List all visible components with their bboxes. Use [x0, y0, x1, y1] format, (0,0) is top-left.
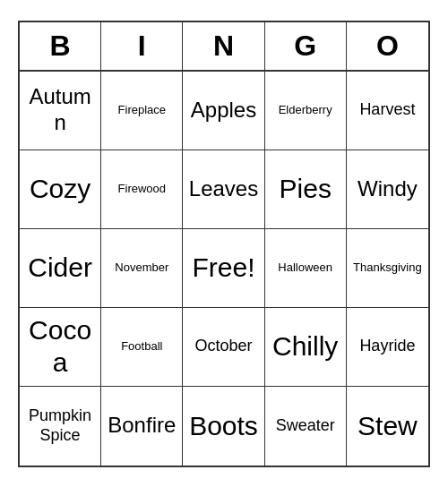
cell-text: November — [115, 261, 168, 275]
cell-text: Firewood — [118, 182, 166, 196]
cell-text: Cider — [28, 252, 92, 284]
cell-text: Pies — [280, 173, 332, 205]
bingo-cell: Boots — [183, 387, 264, 466]
header-letter: O — [347, 22, 428, 70]
bingo-cell: Halloween — [265, 229, 347, 308]
cell-text: Sweater — [276, 416, 335, 436]
cell-text: Elderberry — [279, 103, 332, 117]
bingo-header: BINGO — [20, 22, 428, 72]
cell-text: Halloween — [278, 261, 332, 275]
cell-text: Windy — [358, 176, 418, 202]
bingo-grid: AutumnFireplaceApplesElderberryHarvestCo… — [20, 72, 428, 466]
bingo-cell: Stew — [347, 387, 428, 466]
bingo-cell: Firewood — [101, 150, 183, 229]
bingo-cell: Pies — [265, 150, 347, 229]
bingo-cell: PumpkinSpice — [20, 387, 101, 466]
bingo-cell: Autumn — [20, 72, 101, 150]
bingo-cell: Free! — [183, 229, 264, 308]
bingo-cell: Leaves — [183, 150, 264, 229]
bingo-cell: Hayride — [347, 308, 428, 387]
bingo-cell: Thanksgiving — [347, 229, 428, 308]
bingo-cell: Harvest — [347, 72, 428, 150]
bingo-cell: Cider — [20, 229, 101, 308]
cell-text: Football — [121, 339, 162, 354]
cell-text: Stew — [358, 410, 418, 442]
header-letter: G — [265, 22, 347, 70]
cell-text: Fireplace — [118, 103, 166, 117]
header-letter: I — [101, 22, 183, 70]
header-letter: N — [183, 22, 264, 70]
cell-text: Cocoa — [23, 314, 97, 379]
bingo-cell: November — [101, 229, 183, 308]
bingo-cell: Bonfire — [101, 387, 183, 466]
bingo-cell: Cozy — [20, 150, 101, 229]
cell-text: Bonfire — [108, 413, 176, 439]
bingo-cell: Cocoa — [20, 308, 101, 387]
bingo-cell: October — [183, 308, 264, 387]
cell-text: Harvest — [359, 100, 415, 120]
bingo-cell: Windy — [347, 150, 428, 229]
cell-text: Cozy — [30, 173, 90, 205]
cell-text: Leaves — [189, 176, 258, 202]
bingo-cell: Apples — [183, 72, 264, 150]
cell-text: Autumn — [23, 84, 97, 136]
bingo-cell: Fireplace — [101, 72, 183, 150]
bingo-cell: Chilly — [265, 308, 347, 387]
bingo-cell: Elderberry — [265, 72, 347, 150]
bingo-cell: Sweater — [265, 387, 347, 466]
cell-text: Chilly — [272, 330, 338, 363]
cell-text: Apples — [191, 98, 256, 124]
header-letter: B — [20, 22, 101, 70]
bingo-card: BINGO AutumnFireplaceApplesElderberryHar… — [18, 21, 430, 467]
cell-text: Thanksgiving — [353, 261, 422, 275]
cell-text: October — [194, 337, 252, 356]
cell-text: Boots — [189, 410, 258, 442]
bingo-cell: Football — [101, 308, 183, 387]
cell-text: Hayride — [359, 337, 415, 356]
cell-text: Free! — [192, 252, 254, 284]
cell-text: PumpkinSpice — [29, 406, 91, 445]
